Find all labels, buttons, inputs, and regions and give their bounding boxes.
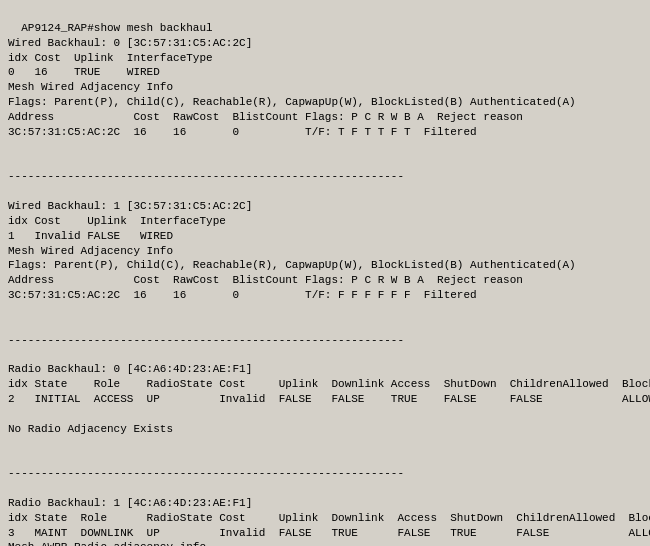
terminal-text: AP9124_RAP#show mesh backhaul Wired Back…: [8, 22, 650, 546]
terminal-output: AP9124_RAP#show mesh backhaul Wired Back…: [0, 0, 650, 546]
